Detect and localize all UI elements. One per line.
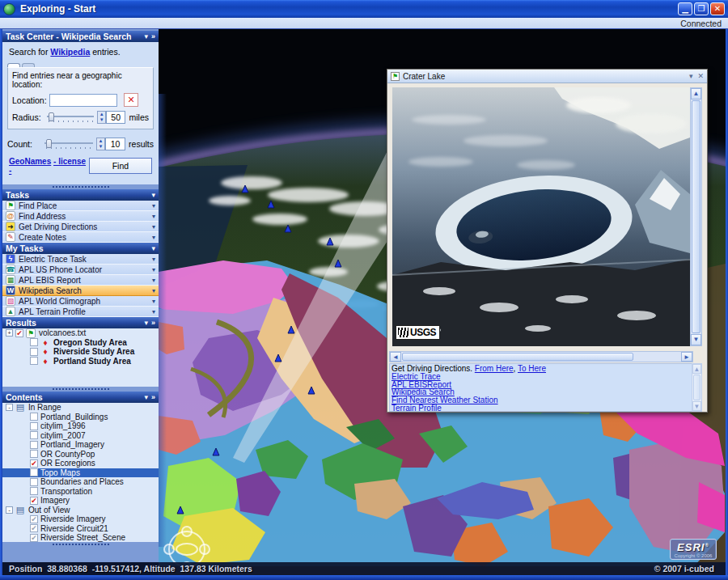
task-center-header[interactable]: Task Center - Wikipedia Search ▾ » xyxy=(2,31,159,42)
popup-task-link[interactable]: Terrain Profile xyxy=(392,404,442,412)
task-item[interactable]: Find Address xyxy=(2,211,159,222)
task-item[interactable]: Get Driving Directions xyxy=(2,222,159,232)
minimize-button[interactable]: ▁ xyxy=(678,2,692,15)
radius-slider[interactable] xyxy=(47,112,94,123)
count-value[interactable]: 10 xyxy=(105,138,125,150)
results-row[interactable]: Riverside Study Area xyxy=(2,347,159,357)
scroll-up-icon[interactable]: ▲ xyxy=(692,364,701,374)
results-header[interactable]: Results ▾ » xyxy=(2,317,159,328)
contents-row[interactable]: Portland_Buildings xyxy=(2,413,159,422)
contents-row[interactable]: Boundaries and Places xyxy=(2,477,159,487)
my-tasks-header[interactable]: My Tasks ▾ xyxy=(2,243,159,254)
tab[interactable] xyxy=(7,63,20,67)
count-spinner[interactable]: ▲▼ xyxy=(96,138,105,150)
popup-close-icon[interactable]: ✕ xyxy=(697,72,704,80)
layer-checkbox[interactable] xyxy=(30,431,38,439)
crater-lake-popup[interactable]: ⚑ Crater Lake ▾ ✕ xyxy=(387,69,708,413)
photo-vertical-scrollbar[interactable]: ▲ ▼ xyxy=(690,87,702,346)
expand-icon[interactable]: » xyxy=(151,32,155,40)
my-task-item[interactable]: Wikipedia Search xyxy=(2,286,159,296)
tree-expander[interactable]: - xyxy=(6,506,13,514)
contents-row[interactable]: - In Range xyxy=(2,403,159,413)
layer-checkbox[interactable] xyxy=(15,329,23,337)
dropdown-icon[interactable]: ▾ xyxy=(151,244,155,252)
layer-checkbox[interactable] xyxy=(30,422,38,430)
contents-row[interactable]: OR CountyPop xyxy=(2,450,159,459)
tab[interactable] xyxy=(22,63,35,67)
scroll-down-icon[interactable]: ▼ xyxy=(692,401,701,411)
layer-checkbox[interactable] xyxy=(30,468,38,476)
scroll-down-icon[interactable]: ▼ xyxy=(691,334,701,345)
view-edge-shade xyxy=(159,94,167,547)
popup-title-bar[interactable]: ⚑ Crater Lake ▾ ✕ xyxy=(387,70,707,83)
close-button[interactable]: ✕ xyxy=(710,2,725,15)
maximize-button[interactable]: ❐ xyxy=(694,2,709,15)
clear-location-button[interactable]: ✕ xyxy=(124,93,138,107)
dropdown-icon[interactable]: ▾ xyxy=(144,393,148,401)
contents-row[interactable]: citylim_2007 xyxy=(2,431,159,441)
layer-checkbox[interactable] xyxy=(30,487,38,495)
radius-spinner[interactable]: ▲▼ xyxy=(97,111,105,124)
scroll-left-icon[interactable]: ◄ xyxy=(390,352,401,362)
my-task-item[interactable]: Electric Trace Task xyxy=(2,254,159,265)
panel-splitter[interactable] xyxy=(2,542,159,547)
contents-row[interactable]: Imagery xyxy=(2,496,159,506)
layer-checkbox[interactable] xyxy=(30,459,38,468)
menu-bar: Connected xyxy=(0,18,728,29)
contents-row[interactable]: - Out of View xyxy=(2,506,159,515)
geonames-link[interactable]: GeoNames xyxy=(9,157,51,166)
contents-header[interactable]: Contents ▾ » xyxy=(2,392,159,403)
layer-checkbox[interactable] xyxy=(30,515,38,523)
layer-checkbox[interactable] xyxy=(30,357,38,365)
scroll-thumb[interactable] xyxy=(692,100,700,333)
find-button[interactable]: Find xyxy=(89,158,152,174)
my-task-item[interactable]: APL Terrain Profile xyxy=(2,307,159,317)
layer-checkbox[interactable] xyxy=(30,450,38,458)
tree-expander[interactable]: - xyxy=(6,404,13,411)
my-task-item[interactable]: APL World Climograph xyxy=(2,296,159,307)
location-input[interactable] xyxy=(49,94,117,107)
scroll-thumb[interactable] xyxy=(402,353,633,361)
task-item[interactable]: Create Notes xyxy=(2,232,159,243)
layer-checkbox[interactable] xyxy=(30,441,38,449)
title-bar[interactable]: Exploring - Start ▁ ❐ ✕ xyxy=(0,0,728,18)
contents-row[interactable]: Topo Maps xyxy=(2,468,159,478)
my-task-item[interactable]: APL US Phone Locator xyxy=(2,265,159,275)
results-row[interactable]: Oregon Study Area xyxy=(2,338,159,348)
contents-row[interactable]: Riverside Street_Scene xyxy=(2,533,159,543)
count-slider[interactable] xyxy=(44,138,93,150)
my-task-item[interactable]: APL EBIS Report xyxy=(2,275,159,286)
links-vertical-scrollbar[interactable]: ▲ ▼ xyxy=(692,363,702,412)
expand-icon[interactable]: » xyxy=(151,319,155,327)
contents-row[interactable]: OR Ecoregions xyxy=(2,459,159,468)
contents-row[interactable]: Transportation xyxy=(2,487,159,497)
layer-checkbox[interactable] xyxy=(30,338,38,346)
dropdown-icon[interactable]: ▾ xyxy=(144,319,148,327)
popup-dropdown-icon[interactable]: ▾ xyxy=(689,72,693,80)
layer-checkbox[interactable] xyxy=(30,524,38,532)
layer-checkbox[interactable] xyxy=(30,478,38,486)
from-here-link[interactable]: From Here xyxy=(475,364,514,373)
results-row[interactable]: + volcanoes.txt xyxy=(2,328,159,338)
to-here-link[interactable]: To Here xyxy=(518,364,546,373)
radius-value[interactable]: 50 xyxy=(106,111,126,124)
wikipedia-link[interactable]: Wikipedia xyxy=(50,47,90,57)
contents-row[interactable]: Riverside Imagery xyxy=(2,514,159,524)
dropdown-icon[interactable]: ▾ xyxy=(151,191,155,199)
expand-icon[interactable]: » xyxy=(151,393,155,401)
layer-checkbox[interactable] xyxy=(30,497,38,505)
layer-checkbox[interactable] xyxy=(30,413,38,421)
tasks-header[interactable]: Tasks ▾ xyxy=(2,189,159,201)
layer-checkbox[interactable] xyxy=(30,534,38,542)
task-item[interactable]: Find Place xyxy=(2,201,159,211)
scroll-right-icon[interactable]: ► xyxy=(681,352,692,362)
contents-row[interactable]: Riverside Circuit21 xyxy=(2,524,159,534)
tree-expander[interactable]: + xyxy=(6,329,13,337)
scroll-up-icon[interactable]: ▲ xyxy=(691,88,701,99)
dropdown-icon[interactable]: ▾ xyxy=(144,32,148,40)
results-row[interactable]: Portland Study Area xyxy=(2,357,159,366)
layer-checkbox[interactable] xyxy=(30,348,38,356)
contents-row[interactable]: Portland_Imagery xyxy=(2,440,159,450)
contents-row[interactable]: citylim_1996 xyxy=(2,421,159,431)
photo-horizontal-scrollbar[interactable]: ◄ ► xyxy=(389,351,693,362)
